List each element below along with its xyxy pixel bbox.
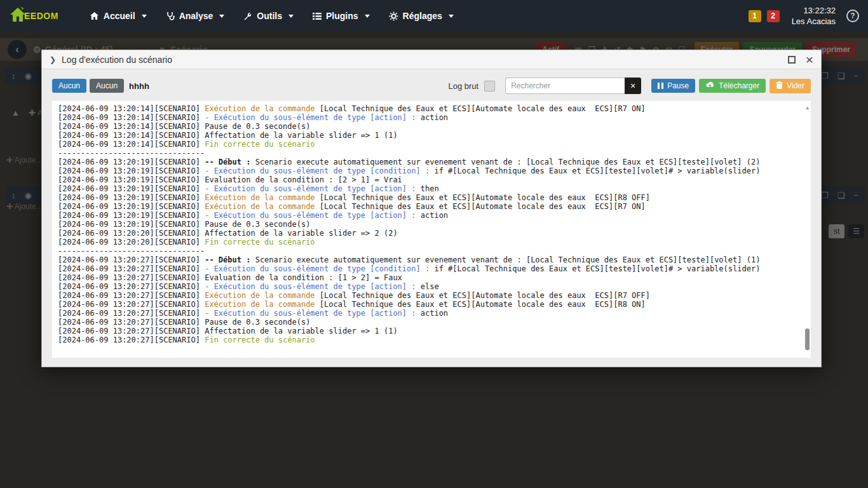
- object-location[interactable]: Les Acacias: [792, 16, 836, 27]
- warning-count-badge[interactable]: 1: [749, 10, 761, 22]
- log-line: [2024-06-09 13:20:27][SCENARIO] Evaluati…: [58, 273, 805, 282]
- nav-item-reglages[interactable]: Réglages: [389, 11, 454, 21]
- log-line: [2024-06-09 13:20:27][SCENARIO] - Exécut…: [58, 264, 805, 273]
- log-toolbar: Aucun Aucun hhhh Log brut × Pause Téléch…: [42, 69, 821, 97]
- search-input[interactable]: [505, 78, 625, 94]
- log-line: [2024-06-09 13:20:27][SCENARIO] Pause de…: [58, 318, 805, 327]
- stethoscope-icon: [166, 11, 175, 20]
- trash-icon: [776, 81, 783, 91]
- log-line: --------------------------------: [58, 149, 805, 158]
- log-line: [2024-06-09 13:20:19][SCENARIO] -- Début…: [58, 158, 805, 166]
- log-line: [2024-06-09 13:20:14][SCENARIO] Exécutio…: [58, 104, 805, 113]
- gear-icon: [389, 11, 398, 21]
- nav-label: Analyse: [179, 11, 214, 21]
- nav-label: Plugins: [326, 11, 358, 21]
- clear-search-icon[interactable]: ×: [625, 78, 641, 94]
- nav-label: Outils: [257, 11, 282, 21]
- raw-log-checkbox[interactable]: [484, 81, 495, 92]
- log-line: [2024-06-09 13:20:20][SCENARIO] Affectat…: [58, 229, 805, 238]
- chevron-down-icon: [449, 15, 454, 18]
- filter-button-1[interactable]: Aucun: [52, 79, 86, 93]
- chevron-down-icon: [219, 15, 224, 18]
- log-line: [2024-06-09 13:20:19][SCENARIO] Exécutio…: [58, 193, 805, 202]
- log-output: [2024-06-09 13:20:14][SCENARIO] Exécutio…: [52, 101, 811, 358]
- log-line: [2024-06-09 13:20:27][SCENARIO] Exécutio…: [58, 300, 805, 309]
- log-line: [2024-06-09 13:20:27][SCENARIO] Exécutio…: [58, 291, 805, 300]
- brand-text: EEDOM: [24, 11, 58, 21]
- scenario-name: hhhh: [129, 81, 149, 91]
- navbar-right: 1 2 13:22:32 Les Acacias ?: [749, 5, 859, 27]
- log-line: [2024-06-09 13:20:20][SCENARIO] Fin corr…: [58, 238, 805, 247]
- scrollbar-up-icon[interactable]: ▲: [806, 104, 809, 112]
- chevron-down-icon: [288, 15, 294, 18]
- log-line: [2024-06-09 13:20:27][SCENARIO] Fin corr…: [58, 336, 805, 344]
- log-line: [2024-06-09 13:20:14][SCENARIO] Affectat…: [58, 131, 805, 140]
- pause-button[interactable]: Pause: [651, 79, 695, 93]
- error-count-badge[interactable]: 2: [767, 10, 780, 22]
- log-line: [2024-06-09 13:20:27][SCENARIO] Affectat…: [58, 327, 805, 336]
- clock-time: 13:22:32: [792, 5, 836, 16]
- log-line: [2024-06-09 13:20:14][SCENARIO] Fin corr…: [58, 140, 805, 149]
- maximize-icon[interactable]: [788, 56, 796, 64]
- log-line: [2024-06-09 13:20:14][SCENARIO] - Exécut…: [58, 113, 805, 122]
- top-navbar: EEDOM Accueil Analyse Outils Plugins Rég…: [0, 0, 868, 32]
- nav-item-plugins[interactable]: Plugins: [313, 11, 370, 21]
- log-line: --------------------------------: [58, 247, 805, 255]
- filter-button-2[interactable]: Aucun: [90, 79, 124, 93]
- log-line: [2024-06-09 13:20:19][SCENARIO] Evaluati…: [58, 175, 805, 184]
- dialog-title: Log d'exécution du scénario: [62, 55, 172, 65]
- search-group: ×: [505, 78, 641, 94]
- nav-item-outils[interactable]: Outils: [243, 11, 294, 21]
- jeedom-logo[interactable]: EEDOM: [9, 6, 58, 25]
- dialog-titlebar[interactable]: ❯ Log d'exécution du scénario ×: [42, 50, 821, 69]
- chevron-right-icon: ❯: [50, 55, 56, 64]
- chevron-down-icon: [142, 15, 147, 18]
- log-line: [2024-06-09 13:20:14][SCENARIO] Pause de…: [58, 122, 805, 131]
- log-line: [2024-06-09 13:20:27][SCENARIO] - Exécut…: [58, 309, 805, 318]
- log-line: [2024-06-09 13:20:19][SCENARIO] - Exécut…: [58, 166, 805, 175]
- raw-log-label: Log brut: [448, 81, 478, 91]
- log-line: [2024-06-09 13:20:19][SCENARIO] - Exécut…: [58, 211, 805, 220]
- nav-item-analyse[interactable]: Analyse: [166, 11, 225, 21]
- chevron-down-icon: [365, 15, 370, 18]
- log-line: [2024-06-09 13:20:27][SCENARIO] -- Début…: [58, 255, 805, 264]
- log-line: [2024-06-09 13:20:19][SCENARIO] Exécutio…: [58, 202, 805, 211]
- tasks-icon: [313, 12, 322, 20]
- close-icon[interactable]: ×: [806, 55, 813, 64]
- nav-label: Accueil: [104, 11, 135, 21]
- log-dialog: ❯ Log d'exécution du scénario × Aucun Au…: [41, 50, 822, 367]
- download-button[interactable]: Télécharger: [699, 79, 766, 93]
- clear-log-button[interactable]: Vider: [770, 79, 811, 93]
- log-line: [2024-06-09 13:20:19][SCENARIO] Pause de…: [58, 220, 805, 229]
- scrollbar-thumb[interactable]: [805, 329, 810, 350]
- nav-label: Réglages: [403, 11, 442, 21]
- log-toolbar-right: Log brut × Pause Télécharger Vider: [448, 78, 811, 94]
- log-lines: [2024-06-09 13:20:14][SCENARIO] Exécutio…: [58, 104, 805, 344]
- log-line: [2024-06-09 13:20:19][SCENARIO] - Exécut…: [58, 184, 805, 193]
- help-icon[interactable]: ?: [846, 10, 859, 22]
- nav-item-accueil[interactable]: Accueil: [90, 11, 147, 21]
- log-line: [2024-06-09 13:20:27][SCENARIO] - Exécut…: [58, 282, 805, 291]
- clock-block: 13:22:32 Les Acacias: [792, 5, 836, 27]
- pause-icon: [658, 83, 663, 89]
- cloud-download-icon: [705, 81, 715, 90]
- home-icon: [90, 11, 99, 20]
- wrench-icon: [243, 11, 252, 20]
